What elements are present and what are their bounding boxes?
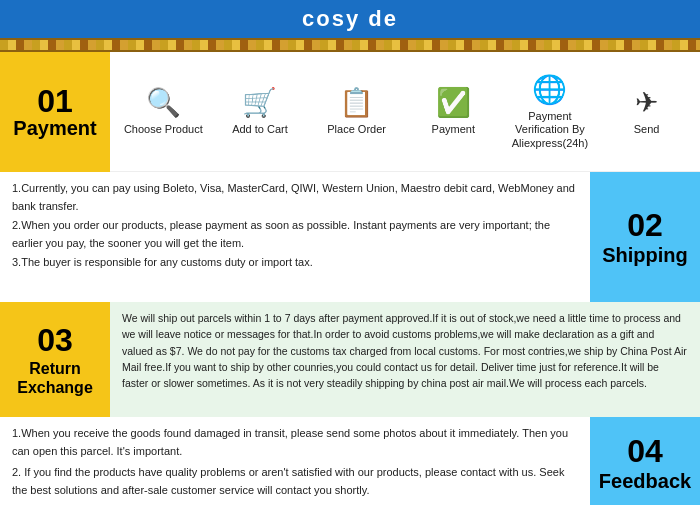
feedback-info-line2: 2. If you find the products have quality…: [12, 464, 578, 499]
feedback-info-line1: 1.When you receive the goods found damag…: [12, 425, 578, 460]
section-payment: 01 Payment 🔍 Choose Product 🛒 Add to Car…: [0, 52, 700, 172]
header-title: cosy de: [302, 6, 398, 31]
payment-icon: ✅: [436, 86, 471, 119]
order-icon: 📋: [339, 86, 374, 119]
shipping-info-text: We will ship out parcels within 1 to 7 d…: [122, 310, 688, 391]
payment-info-line1: 1.Currently, you can pay using Boleto, V…: [12, 180, 578, 215]
section-02-num: 02: [627, 207, 663, 244]
step-choose-product-label: Choose Product: [124, 123, 203, 136]
cart-icon: 🛒: [242, 86, 277, 119]
section-01-num: 01: [37, 85, 73, 117]
section-03-num: 03: [37, 322, 73, 359]
step-payment-label: Payment: [432, 123, 475, 136]
step-add-to-cart-label: Add to Cart: [232, 123, 288, 136]
section-04-title: Feedback: [599, 470, 691, 493]
search-icon: 🔍: [146, 86, 181, 119]
section-01-title: Payment: [13, 117, 96, 140]
feedback-info-block: 1.When you receive the goods found damag…: [0, 417, 590, 505]
section-02-label: 02 Shipping: [590, 172, 700, 302]
step-place-order: 📋 Place Order: [317, 86, 397, 136]
step-add-to-cart: 🛒 Add to Cart: [220, 86, 300, 136]
section-02-title: Shipping: [602, 244, 688, 267]
section-01-label: 01 Payment: [0, 52, 110, 172]
page-header: cosy de: [0, 0, 700, 38]
shipping-info-block: We will ship out parcels within 1 to 7 d…: [110, 302, 700, 417]
feedback-row: 1.When you receive the goods found damag…: [0, 417, 700, 505]
step-send-label: Send: [634, 123, 660, 136]
send-icon: ✈: [635, 86, 658, 119]
payment-info-line3: 3.The buyer is responsible for any custo…: [12, 254, 578, 272]
section-04-num: 04: [627, 433, 663, 470]
step-payment-verification-label: Payment Verification By Aliexpress(24h): [510, 110, 590, 150]
step-choose-product: 🔍 Choose Product: [123, 86, 203, 136]
globe-icon: 🌐: [532, 73, 567, 106]
step-payment-verification: 🌐 Payment Verification By Aliexpress(24h…: [510, 73, 590, 150]
payment-info-line2: 2.When you order our products, please pa…: [12, 217, 578, 252]
payment-steps: 🔍 Choose Product 🛒 Add to Cart 📋 Place O…: [110, 52, 700, 172]
step-payment: ✅ Payment: [413, 86, 493, 136]
step-send: ✈ Send: [607, 86, 687, 136]
section-03-label: 03 ReturnExchange: [0, 302, 110, 417]
section-04-label: 04 Feedback: [590, 417, 700, 505]
rope-decoration-top: [0, 38, 700, 52]
payment-shipping-row: 1.Currently, you can pay using Boleto, V…: [0, 172, 700, 302]
section-03-title: ReturnExchange: [17, 359, 93, 397]
payment-info-block: 1.Currently, you can pay using Boleto, V…: [0, 172, 590, 302]
step-place-order-label: Place Order: [327, 123, 386, 136]
return-shipping-row: 03 ReturnExchange We will ship out parce…: [0, 302, 700, 417]
